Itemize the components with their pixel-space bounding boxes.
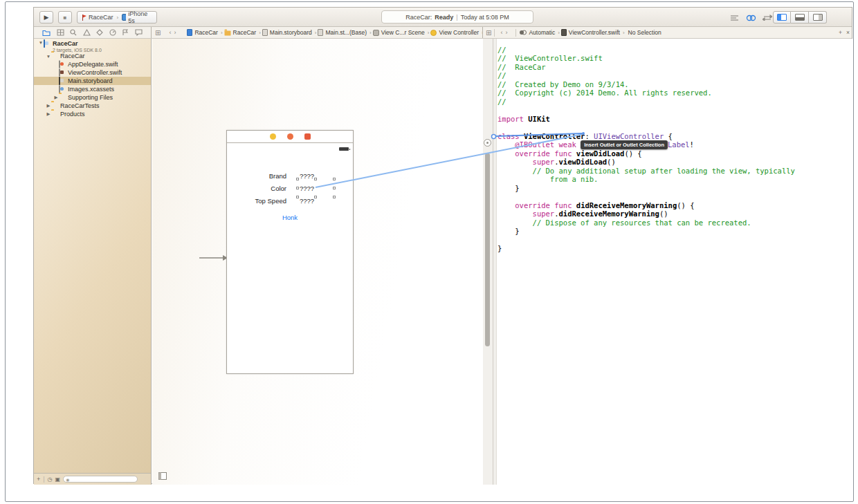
first-responder-icon[interactable] — [287, 133, 293, 140]
report-navigator-tab[interactable] — [135, 29, 143, 36]
disclosure-triangle[interactable]: ▼ — [38, 40, 44, 45]
selection-handle[interactable] — [296, 187, 299, 189]
auto-icon — [519, 29, 527, 36]
crumb-main-st-base-[interactable]: Main.st...(Base) — [318, 29, 367, 36]
view-controller-frame[interactable]: Brand????Color????Top Speed???? Honk — [226, 130, 354, 374]
history-arrows[interactable]: ‹› — [169, 29, 179, 36]
code-line: // Dispose of any resources that can be … — [498, 218, 795, 227]
selection-handle[interactable] — [296, 178, 299, 180]
navigator-panel-button[interactable] — [773, 11, 791, 24]
tree-row-racecar[interactable]: ▼ RaceCar — [34, 52, 151, 60]
selection-handle[interactable] — [314, 196, 317, 198]
crumb-separator: › — [221, 30, 223, 36]
project-navigator-tab[interactable] — [42, 29, 51, 36]
history-arrows[interactable]: ‹› — [500, 29, 510, 36]
recent-files-icon[interactable]: ◷ — [48, 476, 53, 483]
selection-handle[interactable] — [333, 196, 336, 198]
disclosure-triangle[interactable]: ▶ — [46, 111, 51, 117]
related-items-icon[interactable]: ⊞ — [155, 29, 161, 37]
crumb-label: Automatic — [529, 29, 555, 36]
find-navigator-tab[interactable] — [70, 29, 77, 36]
crumb-no-selection[interactable]: No Selection — [626, 29, 661, 36]
code-line — [498, 236, 795, 244]
crumb-main-storyboard[interactable]: Main.storyboard — [262, 29, 312, 36]
tree-row-main-storyboard[interactable]: Main.storyboard — [34, 77, 151, 85]
scheme-selector[interactable]: RaceCar › iPhone 5s — [77, 11, 157, 24]
debug-panel-icon — [795, 14, 805, 21]
connection-well-icon — [484, 139, 491, 147]
close-assistant-button[interactable]: × — [846, 29, 850, 36]
tree-row-label: AppDelegate.swift — [68, 61, 118, 68]
tree-row-appdelegate-swift[interactable]: AppDelegate.swift — [34, 60, 151, 68]
filter-field[interactable]: ◉ — [63, 476, 138, 483]
code-line: } — [498, 227, 795, 235]
add-assistant-button[interactable]: + — [839, 29, 842, 36]
storyboard-canvas[interactable]: Brand????Color????Top Speed???? Honk — [152, 39, 483, 485]
utilities-panel-icon — [813, 14, 823, 21]
debug-navigator-tab[interactable] — [109, 29, 116, 36]
crumb-label: No Selection — [628, 29, 661, 36]
scrollbar-thumb[interactable] — [485, 153, 490, 346]
status-state: Ready — [435, 14, 453, 21]
test-navigator-tab[interactable] — [96, 29, 103, 36]
symbol-navigator-tab[interactable] — [57, 29, 64, 36]
tree-row-label: ViewController.swift — [68, 69, 122, 77]
value-label[interactable]: ???? — [300, 197, 314, 205]
jumpbar-row: ⊞ ‹› RaceCar›RaceCar›Main.storyboard›Mai… — [34, 27, 852, 39]
honk-button[interactable]: Honk — [227, 214, 353, 221]
crumb-view-c-r-scene[interactable]: View C...r Scene — [373, 29, 425, 36]
disclosure-triangle[interactable]: ▼ — [46, 54, 51, 59]
code-line: super.didReceiveMemoryWarning() — [498, 209, 795, 218]
field-label[interactable]: Color — [271, 185, 286, 192]
crumb-racecar[interactable]: RaceCar — [187, 29, 218, 36]
run-button[interactable]: ▶ — [39, 11, 53, 24]
assistant-editor-button[interactable] — [744, 12, 758, 23]
status-separator: | — [456, 14, 457, 21]
disclosure-triangle[interactable]: ▶ — [46, 103, 51, 109]
field-label[interactable]: Top Speed — [255, 197, 286, 205]
exit-icon[interactable] — [304, 133, 311, 140]
standard-editor-button[interactable] — [727, 12, 741, 23]
add-file-button[interactable]: + — [37, 476, 40, 483]
tree-row-images-xcassets[interactable]: Images.xcassets — [34, 85, 151, 93]
selection-handle[interactable] — [333, 178, 336, 180]
selection-handle[interactable] — [296, 196, 299, 198]
crumb-label: View Controller — [439, 29, 478, 36]
assistant-code-editor[interactable]: //// ViewController.swift// RaceCar//// … — [493, 39, 853, 485]
debug-panel-button[interactable] — [791, 11, 809, 24]
iphone-icon — [122, 14, 126, 21]
play-icon: ▶ — [44, 14, 49, 21]
disclosure-triangle[interactable]: ▶ — [53, 95, 59, 100]
navigator-panel-icon — [777, 14, 787, 21]
outline-toggle-icon[interactable] — [158, 472, 167, 480]
tree-row-label: RaceCarTests — [60, 102, 100, 110]
scm-filter-icon[interactable]: ▣ — [55, 476, 61, 483]
issue-navigator-tab[interactable] — [83, 29, 91, 36]
version-editor-button[interactable] — [760, 12, 774, 23]
tree-row-products[interactable]: ▶ Products — [34, 110, 151, 118]
tree-row-viewcontroller-swift[interactable]: ViewController.swift — [34, 68, 151, 77]
selection-handle[interactable] — [333, 187, 336, 189]
lines-icon — [730, 15, 739, 21]
utilities-panel-button[interactable] — [809, 11, 827, 24]
label-selection[interactable] — [298, 179, 334, 197]
selection-handle[interactable] — [314, 178, 317, 180]
navigator-bottom-bar: + | ◷ ▣ ◉ — [34, 473, 151, 485]
stage: ▶ ■ RaceCar › iPhone 5s RaceCar: Ready |… — [0, 0, 858, 504]
breakpoint-navigator-tab[interactable] — [122, 29, 129, 36]
crumb-viewcontroller-swift[interactable]: ViewController.swift — [561, 29, 620, 36]
field-label[interactable]: Brand — [269, 172, 286, 180]
crumb-label: ViewController.swift — [569, 29, 620, 36]
crumb-view-controller[interactable]: View Controller — [430, 29, 478, 36]
stop-button[interactable]: ■ — [58, 11, 72, 24]
related-items-icon[interactable]: ⊞ — [486, 29, 491, 37]
navigator-tab-strip — [34, 27, 152, 38]
scheme-name: RaceCar — [89, 14, 113, 21]
view-controller-icon[interactable] — [270, 133, 276, 140]
crumb-automatic[interactable]: Automatic — [519, 29, 555, 36]
crumb-separator: › — [369, 30, 372, 36]
tree-row-racecar[interactable]: ▼ RaceCar2 targets, iOS SDK 8.0 — [34, 40, 151, 52]
code-line: } — [498, 244, 795, 252]
crumb-racecar[interactable]: RaceCar — [224, 29, 257, 36]
circles-icon — [746, 15, 756, 21]
